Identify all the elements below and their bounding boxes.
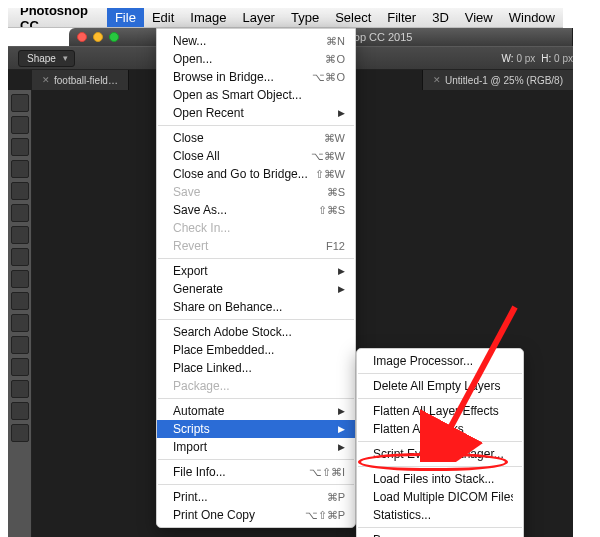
menu-item-label: New... <box>173 34 318 48</box>
menu-shortcut: ⇧⌘W <box>315 168 345 181</box>
document-tab[interactable]: ✕ football-field… <box>32 70 129 90</box>
tool-button[interactable] <box>11 270 29 288</box>
tool-button[interactable] <box>11 424 29 442</box>
menu-shortcut: ⌘S <box>327 186 345 199</box>
menu-item[interactable]: Statistics... <box>357 506 523 524</box>
menu-item[interactable]: Browse in Bridge...⌥⌘O <box>157 68 355 86</box>
menubar-item[interactable]: Window <box>501 8 563 27</box>
submenu-arrow-icon: ▶ <box>338 406 345 416</box>
menu-item-label: Flatten All Layer Effects <box>373 404 513 418</box>
menu-item[interactable]: Close All⌥⌘W <box>157 147 355 165</box>
menu-item-label: Save <box>173 185 319 199</box>
menubar-item[interactable]: Select <box>327 8 379 27</box>
menu-shortcut: ⌘N <box>326 35 345 48</box>
menu-item[interactable]: Print...⌘P <box>157 488 355 506</box>
menu-item[interactable]: Search Adobe Stock... <box>157 323 355 341</box>
tool-button[interactable] <box>11 138 29 156</box>
menubar-item[interactable]: Layer <box>234 8 283 27</box>
submenu-arrow-icon: ▶ <box>338 424 345 434</box>
menu-item-label: Close All <box>173 149 303 163</box>
width-readout: W: 0 px <box>502 53 536 64</box>
tool-button[interactable] <box>11 314 29 332</box>
menu-item-label: Generate <box>173 282 334 296</box>
tool-button[interactable] <box>11 94 29 112</box>
shape-type-dropdown[interactable]: Shape <box>18 50 75 67</box>
menu-item-label: File Info... <box>173 465 301 479</box>
menu-item-label: Load Files into Stack... <box>373 472 513 486</box>
menubar-item[interactable]: Type <box>283 8 327 27</box>
menu-item-label: Open... <box>173 52 317 66</box>
menu-item-label: Browse in Bridge... <box>173 70 304 84</box>
menu-item[interactable]: Share on Behance... <box>157 298 355 316</box>
menu-item[interactable]: Open...⌘O <box>157 50 355 68</box>
menubar-item[interactable]: View <box>457 8 501 27</box>
tool-button[interactable] <box>11 336 29 354</box>
traffic-minimize-icon[interactable] <box>93 32 103 42</box>
close-icon[interactable]: ✕ <box>433 75 441 85</box>
menubar-item[interactable]: Filter <box>379 8 424 27</box>
menu-shortcut: ⌘O <box>325 53 345 66</box>
menubar: Photoshop CC FileEditImageLayerTypeSelec… <box>8 8 563 28</box>
tool-button[interactable] <box>11 226 29 244</box>
close-icon[interactable]: ✕ <box>42 75 50 85</box>
tool-button[interactable] <box>11 292 29 310</box>
document-tab-label: Untitled-1 @ 25% (RGB/8) <box>445 75 563 86</box>
height-readout: H: 0 px <box>541 53 573 64</box>
traffic-zoom-icon[interactable] <box>109 32 119 42</box>
menu-item[interactable]: Close⌘W <box>157 129 355 147</box>
menu-item: Save⌘S <box>157 183 355 201</box>
submenu-arrow-icon: ▶ <box>338 284 345 294</box>
menubar-item[interactable]: Edit <box>144 8 182 27</box>
menu-item[interactable]: Delete All Empty Layers <box>357 377 523 395</box>
menu-separator <box>358 441 522 442</box>
tool-button[interactable] <box>11 204 29 222</box>
menu-item[interactable]: Place Embedded... <box>157 341 355 359</box>
menu-separator <box>358 527 522 528</box>
menu-item-label: Place Embedded... <box>173 343 345 357</box>
menu-item[interactable]: File Info...⌥⇧⌘I <box>157 463 355 481</box>
menu-item[interactable]: Load Files into Stack... <box>357 470 523 488</box>
window-traffic-lights[interactable] <box>77 32 119 42</box>
menu-item[interactable]: New...⌘N <box>157 32 355 50</box>
menu-item[interactable]: Scripts▶ <box>157 420 355 438</box>
menu-item[interactable]: Save As...⇧⌘S <box>157 201 355 219</box>
tool-button[interactable] <box>11 160 29 178</box>
menu-item[interactable]: Print One Copy⌥⇧⌘P <box>157 506 355 524</box>
menu-separator <box>358 398 522 399</box>
menu-separator <box>158 258 354 259</box>
tool-button[interactable] <box>11 116 29 134</box>
menu-item[interactable]: Flatten All Masks <box>357 420 523 438</box>
menu-item-label: Load Multiple DICOM Files... <box>373 490 513 504</box>
menu-item-label: Place Linked... <box>173 361 345 375</box>
menu-item[interactable]: Browse... <box>357 531 523 537</box>
menu-item[interactable]: Automate▶ <box>157 402 355 420</box>
menu-item-label: Flatten All Masks <box>373 422 513 436</box>
menubar-item[interactable]: File <box>107 8 144 27</box>
menu-shortcut: ⇧⌘S <box>318 204 345 217</box>
menu-shortcut: ⌥⇧⌘P <box>305 509 345 522</box>
menubar-item[interactable]: Image <box>182 8 234 27</box>
document-tab[interactable]: ✕ Untitled-1 @ 25% (RGB/8) <box>422 70 573 90</box>
tools-panel[interactable] <box>8 90 32 537</box>
tool-button[interactable] <box>11 402 29 420</box>
menu-item[interactable]: Script Events Manager... <box>357 445 523 463</box>
menu-item[interactable]: Open as Smart Object... <box>157 86 355 104</box>
menu-item[interactable]: Generate▶ <box>157 280 355 298</box>
menu-item[interactable]: Import▶ <box>157 438 355 456</box>
menubar-item[interactable]: 3D <box>424 8 457 27</box>
traffic-close-icon[interactable] <box>77 32 87 42</box>
menu-item[interactable]: Export▶ <box>157 262 355 280</box>
menu-item[interactable]: Load Multiple DICOM Files... <box>357 488 523 506</box>
menu-item[interactable]: Open Recent▶ <box>157 104 355 122</box>
tool-button[interactable] <box>11 248 29 266</box>
submenu-arrow-icon: ▶ <box>338 442 345 452</box>
tool-button[interactable] <box>11 182 29 200</box>
menu-item[interactable]: Flatten All Layer Effects <box>357 402 523 420</box>
menu-item[interactable]: Place Linked... <box>157 359 355 377</box>
menu-item[interactable]: Image Processor... <box>357 352 523 370</box>
menu-separator <box>358 373 522 374</box>
tool-button[interactable] <box>11 358 29 376</box>
tool-button[interactable] <box>11 380 29 398</box>
menu-item[interactable]: Close and Go to Bridge...⇧⌘W <box>157 165 355 183</box>
submenu-arrow-icon: ▶ <box>338 266 345 276</box>
